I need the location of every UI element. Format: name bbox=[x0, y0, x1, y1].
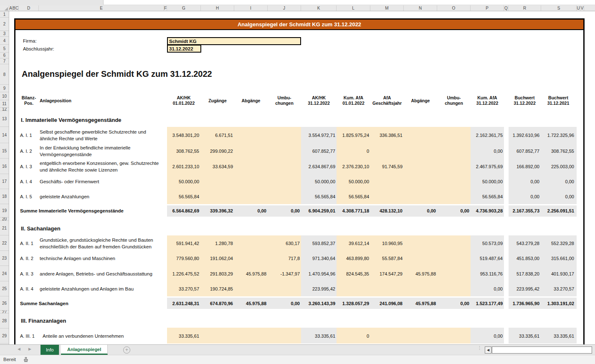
header-umbuchungen[interactable]: Umbu- chungen bbox=[268, 93, 301, 109]
cell-p[interactable]: 0,00 bbox=[471, 281, 504, 296]
cell-j[interactable]: 630,17 bbox=[268, 235, 301, 251]
cell-i[interactable]: 0,00 bbox=[234, 204, 268, 217]
row-header[interactable]: 8 bbox=[0, 64, 9, 85]
cell-r[interactable]: 2.167.355,73 bbox=[509, 204, 541, 217]
column-header-h[interactable]: H bbox=[201, 5, 234, 11]
cell-n[interactable]: 45.975,88 bbox=[404, 266, 437, 281]
cell-h[interactable]: 190.724,85 bbox=[201, 281, 234, 296]
column-header-s[interactable]: S bbox=[541, 5, 577, 11]
row-header[interactable]: 21 bbox=[0, 221, 9, 235]
cell-s[interactable]: 33.335,61 bbox=[541, 329, 575, 344]
cell-p[interactable]: 56.565,84 bbox=[471, 189, 504, 204]
header-buchwert-2022[interactable]: Buchwert 31.12.2022 bbox=[509, 93, 541, 109]
cell-name[interactable]: geleistete Anzahlungen und Anlagen im Ba… bbox=[40, 281, 165, 296]
row-header[interactable]: 27 bbox=[0, 311, 9, 313]
cell-p[interactable]: 1.523.177,49 bbox=[471, 296, 504, 311]
cell-p[interactable]: 50.573,09 bbox=[471, 235, 504, 251]
cell-h[interactable]: 674.870,96 bbox=[201, 296, 234, 311]
cell-r[interactable]: 223.995,42 bbox=[509, 281, 541, 296]
cell-l[interactable]: 1.825.975,24 bbox=[337, 127, 370, 143]
column-header-o[interactable]: O bbox=[437, 5, 471, 11]
cell-i[interactable]: 45.975,88 bbox=[234, 296, 268, 311]
cell-k[interactable]: 50.000,00 bbox=[301, 174, 337, 189]
cell-h[interactable]: 299.090,22 bbox=[201, 143, 234, 159]
column-header-a[interactable]: A bbox=[9, 5, 13, 11]
cell-s[interactable]: 0,00 bbox=[541, 174, 575, 189]
cell-l[interactable]: 0 bbox=[337, 143, 370, 159]
column-header-v[interactable]: V bbox=[580, 5, 584, 11]
cell-k[interactable]: 2.634.867,69 bbox=[301, 159, 337, 174]
header-anlageposition[interactable]: Anlageposition bbox=[40, 93, 165, 109]
header-afa-gj[interactable]: AfA Geschäftsjahr bbox=[370, 93, 404, 109]
row-header[interactable]: 9 bbox=[0, 85, 9, 92]
cell-o[interactable]: 0,00 bbox=[437, 204, 471, 217]
cell-name[interactable]: Selbst geschaffene gewerbliche Schutzrec… bbox=[40, 127, 165, 143]
cell-g[interactable]: 33.335,61 bbox=[167, 329, 200, 344]
cell-name[interactable]: geleistete Anzahlungen bbox=[40, 189, 165, 204]
cell-r[interactable]: 0,00 bbox=[509, 174, 541, 189]
cell-j[interactable]: 0,00 bbox=[268, 296, 301, 311]
cell-s[interactable]: 33.270,57 bbox=[541, 281, 575, 296]
header-buchwert-2021[interactable]: Buchwert 31.12.2021 bbox=[541, 93, 575, 109]
cell-p[interactable]: 519.487,64 bbox=[471, 251, 504, 266]
cell-name[interactable]: technische Anlagen und Maschinen bbox=[40, 251, 165, 266]
cell-r[interactable]: 33.335,61 bbox=[509, 329, 541, 344]
cell-k[interactable]: 56.565,84 bbox=[301, 189, 337, 204]
cell-g[interactable]: 50.000,00 bbox=[167, 174, 200, 189]
hscrollbar-thumb[interactable] bbox=[492, 346, 592, 354]
row-header[interactable]: 13 bbox=[0, 111, 9, 127]
cell-h[interactable]: 6.671,51 bbox=[201, 127, 234, 143]
cell-o[interactable]: 0,00 bbox=[437, 296, 471, 311]
cell-m[interactable]: 91.745,59 bbox=[370, 159, 404, 174]
cell-l[interactable]: 824.545,35 bbox=[337, 266, 370, 281]
cell-k[interactable]: 33.335,61 bbox=[301, 329, 337, 344]
tab-anlagenspiegel[interactable]: Anlagenspiegel bbox=[61, 345, 108, 355]
cell-k[interactable]: 607.852,77 bbox=[301, 143, 337, 159]
cell-j[interactable]: 0,00 bbox=[268, 204, 301, 217]
column-header-m[interactable]: M bbox=[370, 5, 404, 11]
cell-pos[interactable]: A. I. 4 bbox=[20, 174, 39, 189]
row-header[interactable]: 28 bbox=[0, 313, 9, 329]
cell-g[interactable]: 1.226.475,52 bbox=[167, 266, 200, 281]
cell-name[interactable]: Anteile an verbundenen Unternehmen bbox=[43, 329, 168, 344]
cell-name[interactable]: entgeltlich erworbene Konzessionen, gew.… bbox=[40, 159, 165, 174]
column-header-f[interactable]: F bbox=[164, 5, 167, 11]
cell-m[interactable]: 55.587,84 bbox=[370, 251, 404, 266]
cell-p[interactable]: 2.162.361,75 bbox=[471, 127, 504, 143]
header-akhk-0101[interactable]: AK/HK 01.01.2022 bbox=[167, 93, 200, 109]
cell-s[interactable]: 0,00 bbox=[541, 189, 575, 204]
tab-scroll-handle[interactable]: ⋮ bbox=[477, 346, 481, 350]
cell-pos[interactable]: A. I. 1 bbox=[20, 127, 39, 143]
cell-r[interactable]: 1.736.965,90 bbox=[509, 296, 541, 311]
row-header[interactable]: 4 bbox=[0, 37, 9, 45]
row-header[interactable]: 3 bbox=[0, 31, 9, 37]
cell-g[interactable]: 3.548.301,20 bbox=[167, 127, 200, 143]
cell-r[interactable]: 1.392.610,96 bbox=[509, 127, 541, 143]
column-header-k[interactable]: K bbox=[301, 5, 337, 11]
cell-s[interactable]: 308.762,55 bbox=[541, 143, 575, 159]
cell-name[interactable]: andere Anlagen, Betriebs- und Geschäftsa… bbox=[40, 266, 165, 281]
sheet-nav-right-icon[interactable]: ▶ bbox=[28, 347, 31, 351]
cell-h[interactable]: 291.803,29 bbox=[201, 266, 234, 281]
cell-l[interactable]: 39.612,14 bbox=[337, 235, 370, 251]
row-header[interactable]: 6 bbox=[0, 53, 9, 58]
cell-h[interactable]: 1.280,78 bbox=[201, 235, 234, 251]
column-header-e[interactable]: E bbox=[39, 5, 164, 11]
cell-p[interactable]: 0,00 bbox=[471, 329, 504, 344]
cell-h[interactable]: 339.396,32 bbox=[201, 204, 234, 217]
row-header[interactable]: 7 bbox=[0, 58, 9, 64]
cell-p[interactable]: 4.736.903,28 bbox=[471, 204, 504, 217]
column-header-u[interactable]: U bbox=[577, 5, 580, 11]
cell-k[interactable]: 3.554.972,71 bbox=[301, 127, 337, 143]
cell-r[interactable]: 543.279,28 bbox=[509, 235, 541, 251]
header-bilanz-pos[interactable]: Bilanz- Pos. bbox=[19, 93, 39, 109]
header-umbuchungen-2[interactable]: Umbu- chungen bbox=[437, 93, 471, 109]
cell-name[interactable]: Grundstücke, grundstücksgleiche Rechte u… bbox=[40, 235, 165, 251]
column-header-n[interactable]: N bbox=[404, 5, 437, 11]
cell-l[interactable]: 56.565,84 bbox=[337, 189, 370, 204]
column-header-q[interactable]: Q bbox=[504, 5, 509, 11]
cell-l[interactable]: 4.308.771,18 bbox=[337, 204, 370, 217]
cell-k[interactable]: 6.904.259,01 bbox=[301, 204, 337, 217]
column-header-i[interactable]: I bbox=[234, 5, 268, 11]
row-header[interactable]: 20 bbox=[0, 217, 9, 221]
